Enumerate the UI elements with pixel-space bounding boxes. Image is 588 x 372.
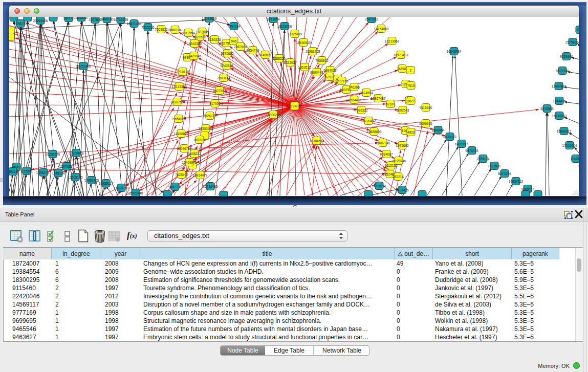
svg-text:8990448: 8990448 <box>310 71 323 74</box>
svg-text:18807249: 18807249 <box>376 141 390 145</box>
svg-text:252214: 252214 <box>393 175 404 179</box>
svg-text:9115460: 9115460 <box>420 106 432 110</box>
svg-text:16033809: 16033809 <box>202 17 217 20</box>
svg-text:62160: 62160 <box>386 102 395 106</box>
svg-text:2867608: 2867608 <box>234 45 247 49</box>
svg-text:8186328: 8186328 <box>208 38 221 41</box>
svg-text:7357224: 7357224 <box>227 25 241 28</box>
svg-text:6994028: 6994028 <box>323 69 337 72</box>
svg-text:3: 3 <box>409 69 411 72</box>
svg-text:9777169: 9777169 <box>335 79 349 83</box>
svg-text:9329966: 9329966 <box>560 55 573 58</box>
svg-text:22420046: 22420046 <box>187 54 202 58</box>
svg-text:1145194: 1145194 <box>52 171 65 175</box>
svg-text:10807487: 10807487 <box>371 97 386 100</box>
svg-text:9657771: 9657771 <box>168 185 182 189</box>
svg-text:39114: 39114 <box>9 170 17 173</box>
svg-text:20206576: 20206576 <box>46 152 60 156</box>
svg-text:1112: 1112 <box>576 28 579 32</box>
svg-text:887831: 887831 <box>194 138 205 142</box>
svg-text:8471676: 8471676 <box>498 172 511 176</box>
svg-text:9242848: 9242848 <box>220 64 233 68</box>
svg-text:21564436: 21564436 <box>347 98 362 102</box>
svg-text:116753: 116753 <box>570 157 579 161</box>
svg-text:12213967: 12213967 <box>385 39 400 43</box>
svg-text:3627: 3627 <box>407 99 415 103</box>
svg-text:817006: 817006 <box>209 102 221 105</box>
svg-text:10973493: 10973493 <box>394 53 408 57</box>
svg-text:9084067: 9084067 <box>380 152 393 156</box>
svg-text:12923448: 12923448 <box>128 191 143 195</box>
svg-text:17359928: 17359928 <box>69 151 84 155</box>
svg-text:2803144: 2803144 <box>217 76 230 80</box>
svg-text:8813054: 8813054 <box>267 17 280 21</box>
svg-text:1615152: 1615152 <box>384 164 398 167</box>
svg-text:1733426: 1733426 <box>396 188 409 192</box>
svg-text:2687682: 2687682 <box>365 17 378 21</box>
svg-text:12093822: 12093822 <box>552 84 567 88</box>
svg-text:29053346: 29053346 <box>76 64 91 68</box>
svg-text:8938923: 8938923 <box>443 135 456 139</box>
svg-text:9146821: 9146821 <box>258 53 272 57</box>
svg-text:1527602: 1527602 <box>89 18 102 21</box>
svg-text:1115681: 1115681 <box>20 169 33 173</box>
svg-text:1975692: 1975692 <box>396 144 409 147</box>
svg-text:10958117: 10958117 <box>99 182 114 185</box>
svg-text:16914479: 16914479 <box>193 173 208 177</box>
svg-text:1810755: 1810755 <box>170 100 184 104</box>
svg-text:2055721: 2055721 <box>14 22 27 26</box>
svg-text:12325419: 12325419 <box>288 32 302 36</box>
svg-text:9227349: 9227349 <box>556 69 569 73</box>
svg-text:546: 546 <box>231 39 237 43</box>
svg-text:4923: 4923 <box>407 130 415 134</box>
svg-text:7515526: 7515526 <box>141 26 155 29</box>
svg-text:20691406: 20691406 <box>33 19 48 23</box>
svg-text:8912954: 8912954 <box>182 31 195 35</box>
svg-text:8466160: 8466160 <box>100 17 114 21</box>
svg-text:2935114: 2935114 <box>477 157 490 161</box>
svg-text:10975857: 10975857 <box>59 165 74 168</box>
svg-text:8322037: 8322037 <box>284 61 297 64</box>
svg-text:9245652: 9245652 <box>521 187 534 191</box>
svg-text:15716485: 15716485 <box>203 185 218 188</box>
svg-text:3624554: 3624554 <box>360 91 373 95</box>
svg-text:16154808: 16154808 <box>374 27 389 31</box>
svg-text:3375685: 3375685 <box>221 52 234 55</box>
svg-text:5498222: 5498222 <box>188 152 201 156</box>
svg-text:18300295: 18300295 <box>266 113 281 117</box>
svg-text:15692971: 15692971 <box>557 129 572 133</box>
svg-text:15720407: 15720407 <box>361 119 376 123</box>
svg-text:9474444: 9474444 <box>465 149 478 152</box>
svg-text:10688609: 10688609 <box>367 130 382 134</box>
svg-text:3526713: 3526713 <box>203 114 216 118</box>
svg-text:16210643: 16210643 <box>552 114 567 118</box>
svg-text:18377?: 18377? <box>63 17 74 20</box>
svg-text:17016504: 17016504 <box>562 144 577 147</box>
svg-text:17957255: 17957255 <box>84 179 99 182</box>
svg-text:1002543: 1002543 <box>396 108 409 112</box>
svg-text:19218506: 19218506 <box>277 25 292 28</box>
svg-text:1640954: 1640954 <box>431 128 445 132</box>
svg-text:19654985: 19654985 <box>171 117 186 121</box>
svg-text:6479197: 6479197 <box>455 142 468 146</box>
svg-text:8454749: 8454749 <box>246 49 259 52</box>
svg-text:16782759: 16782759 <box>114 186 129 190</box>
svg-text:7625402: 7625402 <box>175 173 188 177</box>
svg-text:12505185: 12505185 <box>68 176 83 179</box>
svg-text:12353594: 12353594 <box>199 127 213 130</box>
svg-text:1244415: 1244415 <box>553 99 566 103</box>
svg-text:19166827: 19166827 <box>174 132 189 136</box>
svg-text:15409948: 15409948 <box>182 161 197 164</box>
svg-text:18640910: 18640910 <box>296 41 311 45</box>
svg-text:9699695: 9699695 <box>419 122 432 125</box>
svg-text:10654112: 10654112 <box>509 180 524 183</box>
svg-text:2718176: 2718176 <box>176 70 189 74</box>
svg-text:8215955: 8215955 <box>540 107 554 111</box>
svg-text:7986322: 7986322 <box>355 108 368 112</box>
svg-text:8660124: 8660124 <box>168 28 182 32</box>
svg-text:1362615: 1362615 <box>298 65 311 69</box>
svg-text:10653257: 10653257 <box>74 17 89 19</box>
svg-text:19384554: 19384554 <box>310 139 324 143</box>
svg-text:8427552: 8427552 <box>213 89 226 93</box>
svg-text:1588520: 1588520 <box>272 57 286 60</box>
